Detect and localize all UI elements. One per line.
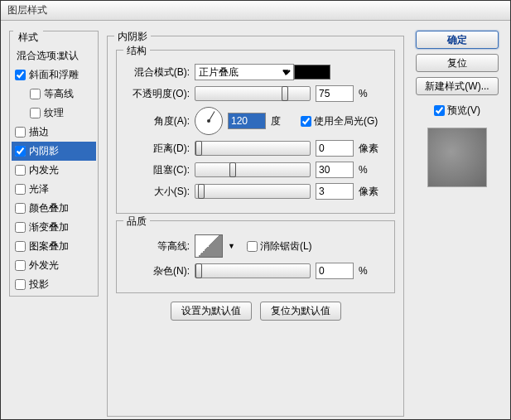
- choke-slider[interactable]: [195, 162, 311, 177]
- panel-title: 内阴影: [114, 30, 151, 44]
- style-label: 描边: [29, 125, 49, 139]
- distance-input[interactable]: [316, 140, 354, 157]
- style-label: 斜面和浮雕: [29, 68, 79, 82]
- style-item-10[interactable]: 外发光: [12, 256, 96, 275]
- style-checkbox[interactable]: [15, 279, 26, 290]
- structure-group: 结构 混合模式(B): 正片叠底 ▼ 不透明度(O):: [116, 50, 395, 214]
- styles-header: 样式: [13, 31, 43, 45]
- cancel-button[interactable]: 复位: [416, 54, 499, 72]
- styles-group: 样式 混合选项:默认斜面和浮雕等高线纹理描边内阴影内发光光泽颜色叠加渐变叠加图案…: [9, 31, 99, 297]
- preview-checkbox[interactable]: 预览(V): [434, 104, 480, 118]
- style-item-3[interactable]: 描边: [12, 123, 96, 142]
- blend-mode-label: 混合模式(B):: [125, 65, 190, 80]
- opacity-unit: %: [359, 88, 383, 99]
- blend-mode-select[interactable]: 正片叠底: [195, 64, 294, 80]
- reset-default-button[interactable]: 复位为默认值: [260, 302, 341, 321]
- new-style-button[interactable]: 新建样式(W)...: [416, 77, 499, 95]
- style-item-9[interactable]: 图案叠加: [12, 237, 96, 256]
- make-default-button[interactable]: 设置为默认值: [171, 302, 252, 321]
- style-item-11[interactable]: 投影: [12, 275, 96, 294]
- style-item-6[interactable]: 光泽: [12, 180, 96, 199]
- noise-input[interactable]: [316, 263, 354, 279]
- size-label: 大小(S):: [125, 185, 190, 199]
- angle-dial[interactable]: [195, 107, 223, 135]
- style-checkbox[interactable]: [30, 89, 41, 99]
- distance-unit: 像素: [359, 142, 383, 156]
- inner-shadow-panel: 内阴影 结构 混合模式(B): 正片叠底 ▼: [107, 36, 404, 417]
- style-item-8[interactable]: 渐变叠加: [12, 218, 96, 237]
- distance-slider[interactable]: [195, 141, 311, 156]
- choke-unit: %: [359, 164, 383, 176]
- style-item-5[interactable]: 内发光: [12, 161, 96, 180]
- quality-title: 品质: [123, 215, 150, 229]
- noise-label: 杂色(N):: [125, 264, 190, 278]
- window-title: 图层样式: [7, 4, 47, 16]
- style-label: 颜色叠加: [29, 201, 69, 215]
- style-checkbox[interactable]: [15, 165, 26, 176]
- angle-input[interactable]: [228, 113, 266, 129]
- ok-button[interactable]: 确定: [416, 31, 499, 49]
- size-unit: 像素: [359, 185, 383, 199]
- style-checkbox[interactable]: [15, 241, 26, 252]
- antialias-checkbox[interactable]: 消除锯齿(L): [247, 239, 312, 253]
- style-label: 投影: [29, 278, 49, 292]
- opacity-slider[interactable]: [195, 86, 311, 101]
- style-checkbox[interactable]: [15, 146, 26, 157]
- style-item-1[interactable]: 等高线: [12, 84, 96, 104]
- structure-title: 结构: [123, 44, 150, 58]
- global-light-checkbox[interactable]: 使用全局光(G): [301, 114, 378, 128]
- style-checkbox[interactable]: [15, 260, 26, 271]
- quality-group: 品质 等高线: ▼ 消除锯齿(L) 杂色(N):: [116, 220, 395, 293]
- style-checkbox[interactable]: [15, 127, 26, 138]
- style-checkbox[interactable]: [15, 203, 26, 214]
- noise-slider[interactable]: [195, 263, 311, 278]
- layer-style-dialog: 图层样式 样式 混合选项:默认斜面和浮雕等高线纹理描边内阴影内发光光泽颜色叠加渐…: [0, 0, 511, 420]
- style-item-2[interactable]: 纹理: [12, 104, 96, 123]
- opacity-label: 不透明度(O):: [125, 87, 190, 101]
- angle-label: 角度(A):: [125, 114, 190, 128]
- style-item-7[interactable]: 颜色叠加: [12, 199, 96, 218]
- style-checkbox[interactable]: [15, 70, 26, 80]
- choke-label: 阻塞(C):: [125, 163, 190, 177]
- style-item-0[interactable]: 斜面和浮雕: [12, 65, 96, 84]
- contour-picker[interactable]: [195, 234, 223, 258]
- style-label: 内发光: [29, 163, 59, 177]
- color-swatch[interactable]: [294, 65, 330, 80]
- style-label: 图案叠加: [29, 239, 69, 253]
- style-label: 等高线: [44, 87, 74, 101]
- noise-unit: %: [359, 265, 383, 277]
- size-slider[interactable]: [195, 184, 311, 199]
- angle-unit: 度: [271, 114, 296, 128]
- opacity-input[interactable]: [316, 85, 354, 102]
- style-label: 内阴影: [29, 144, 59, 158]
- style-checkbox[interactable]: [15, 184, 26, 195]
- blend-options-item[interactable]: 混合选项:默认: [12, 46, 96, 65]
- style-label: 渐变叠加: [29, 220, 69, 234]
- titlebar: 图层样式: [1, 1, 510, 21]
- preview-thumbnail: [427, 128, 487, 187]
- style-label: 光泽: [29, 182, 49, 196]
- contour-label: 等高线:: [125, 239, 190, 253]
- style-label: 外发光: [29, 258, 59, 273]
- choke-input[interactable]: [316, 162, 354, 178]
- style-item-4[interactable]: 内阴影: [12, 142, 96, 161]
- style-checkbox[interactable]: [15, 222, 26, 233]
- style-label: 纹理: [44, 106, 64, 120]
- size-input[interactable]: [316, 183, 354, 200]
- distance-label: 距离(D):: [125, 142, 190, 156]
- style-checkbox[interactable]: [30, 108, 41, 118]
- dropdown-icon[interactable]: ▼: [228, 242, 235, 250]
